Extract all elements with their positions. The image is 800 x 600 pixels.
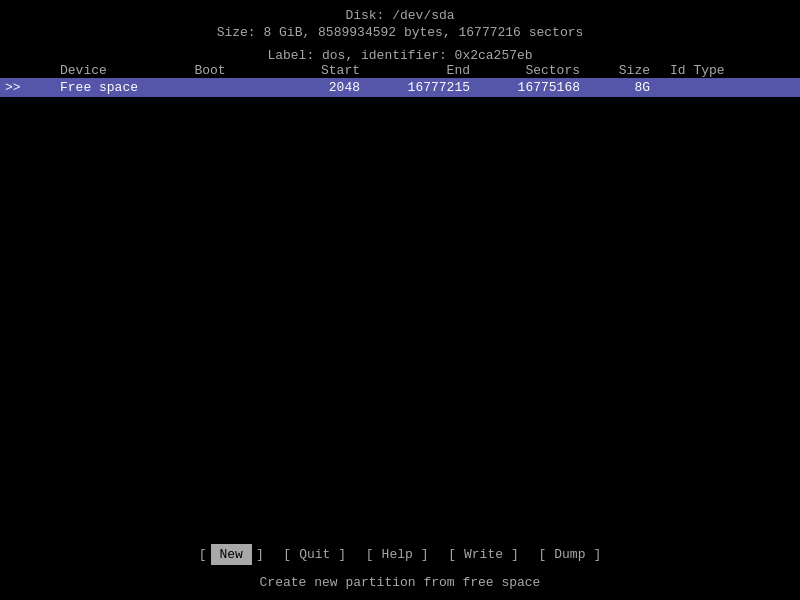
disk-label-text: Label: dos, identifier: 0x2ca257eb bbox=[267, 48, 532, 63]
col-header-start: Start bbox=[260, 63, 370, 78]
col-header-end: End bbox=[370, 63, 480, 78]
write-button[interactable]: Write bbox=[460, 545, 507, 564]
new-button[interactable]: New bbox=[211, 544, 252, 565]
disk-size-line: Size: 8 GiB, 8589934592 bytes, 16777216 … bbox=[0, 25, 800, 40]
col-header-device: Device bbox=[30, 63, 160, 78]
col-header-idtype: Id Type bbox=[660, 63, 800, 78]
disk-size-text: Size: 8 GiB, 8589934592 bytes, 16777216 … bbox=[217, 25, 584, 40]
menu-buttons: [ New ] [ Quit ] [ Help ] [ Write ] [ Du… bbox=[0, 544, 800, 565]
row-idtype bbox=[660, 80, 800, 95]
bracket-help-close: ] bbox=[421, 547, 429, 562]
row-arrow: >> bbox=[0, 80, 30, 95]
disk-title-line1: Disk: /dev/sda bbox=[0, 8, 800, 23]
quit-button[interactable]: Quit bbox=[295, 545, 334, 564]
row-start: 2048 bbox=[260, 80, 370, 95]
bracket-write-open: [ bbox=[433, 547, 456, 562]
disk-label-line: Label: dos, identifier: 0x2ca257eb bbox=[0, 48, 800, 63]
col-header-sectors: Sectors bbox=[480, 63, 590, 78]
dump-button[interactable]: Dump bbox=[550, 545, 589, 564]
col-header-size: Size bbox=[590, 63, 660, 78]
disk-title: Disk: /dev/sda Size: 8 GiB, 8589934592 b… bbox=[0, 0, 800, 63]
bracket-dump-close: ] bbox=[593, 547, 601, 562]
row-sectors: 16775168 bbox=[480, 80, 590, 95]
bracket-quit-close: ] bbox=[338, 547, 346, 562]
bracket-write-close: ] bbox=[511, 547, 519, 562]
row-boot bbox=[160, 80, 260, 95]
bracket-help-open: [ bbox=[350, 547, 373, 562]
help-button[interactable]: Help bbox=[378, 545, 417, 564]
row-end: 16777215 bbox=[370, 80, 480, 95]
row-device: Free space bbox=[30, 80, 160, 95]
table-header-row: Device Boot Start End Sectors Size Id Ty… bbox=[0, 63, 800, 78]
bracket-dump-open: [ bbox=[523, 547, 546, 562]
bracket-new-open: [ bbox=[199, 547, 207, 562]
col-header-boot: Boot bbox=[160, 63, 260, 78]
row-size: 8G bbox=[590, 80, 660, 95]
partition-table: Device Boot Start End Sectors Size Id Ty… bbox=[0, 63, 800, 97]
disk-name-label: Disk: /dev/sda bbox=[345, 8, 454, 23]
status-text: Create new partition from free space bbox=[260, 575, 541, 590]
bracket-quit-open: [ bbox=[268, 547, 291, 562]
screen: Disk: /dev/sda Size: 8 GiB, 8589934592 b… bbox=[0, 0, 800, 600]
table-row[interactable]: >> Free space 2048 16777215 16775168 8G bbox=[0, 78, 800, 97]
bracket-new-close: ] bbox=[256, 547, 264, 562]
status-line: Create new partition from free space bbox=[0, 575, 800, 590]
bottom-bar: [ New ] [ Quit ] [ Help ] [ Write ] [ Du… bbox=[0, 544, 800, 600]
